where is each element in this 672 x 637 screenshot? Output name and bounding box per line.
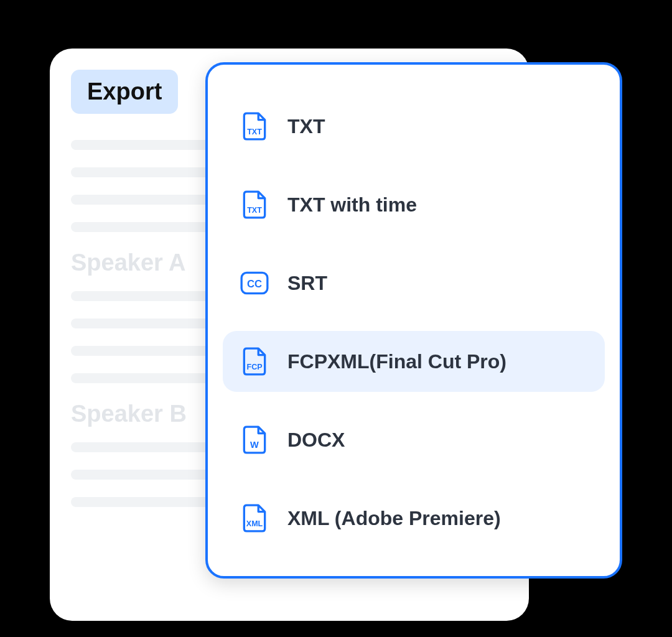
svg-text:FCP: FCP <box>247 363 263 371</box>
export-option-label: TXT <box>287 115 325 138</box>
svg-text:W: W <box>250 440 259 450</box>
file-fcp-icon: FCP <box>239 346 270 377</box>
export-option-txt[interactable]: TXT TXT <box>223 96 605 157</box>
export-option-txt-with-time[interactable]: TXT TXT with time <box>223 174 605 235</box>
svg-text:XML: XML <box>246 519 263 528</box>
file-txt-icon: TXT <box>239 189 270 220</box>
export-option-label: TXT with time <box>287 193 417 216</box>
export-option-label: SRT <box>287 272 327 295</box>
svg-text:CC: CC <box>247 278 262 290</box>
cc-icon: CC <box>239 267 270 299</box>
svg-text:TXT: TXT <box>247 206 262 215</box>
export-button-label: Export <box>87 78 162 105</box>
export-format-menu: TXT TXT TXT TXT with time CC SRT <box>205 62 622 579</box>
export-option-fcpxml[interactable]: FCP FCPXML(Final Cut Pro) <box>223 331 605 392</box>
file-docx-icon: W <box>239 424 270 455</box>
file-txt-icon: TXT <box>239 111 270 142</box>
export-option-label: XML (Adobe Premiere) <box>287 507 501 530</box>
export-option-label: DOCX <box>287 429 345 452</box>
export-option-xml[interactable]: XML XML (Adobe Premiere) <box>223 488 605 549</box>
svg-text:TXT: TXT <box>247 128 262 136</box>
export-option-docx[interactable]: W DOCX <box>223 409 605 470</box>
export-option-srt[interactable]: CC SRT <box>223 253 605 314</box>
file-xml-icon: XML <box>239 503 270 534</box>
export-button[interactable]: Export <box>71 70 178 114</box>
export-option-label: FCPXML(Final Cut Pro) <box>287 350 506 373</box>
